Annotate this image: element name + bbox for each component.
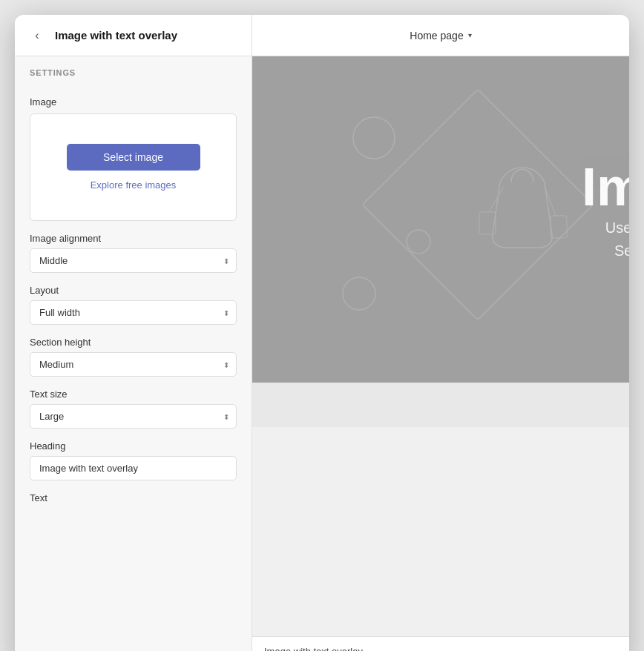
image-section-title: Image (30, 96, 237, 108)
layout-select[interactable]: Full width Contained (30, 300, 237, 325)
back-button[interactable]: ‹ (27, 25, 47, 46)
text-label: Text (30, 492, 237, 503)
section-name-text: Image with text overlay (264, 646, 363, 651)
section-name-bar: Image with text overlay (252, 636, 629, 651)
image-upload-area: Select image Explore free images (30, 113, 237, 221)
section-height-select[interactable]: Medium Small Large Natural (30, 352, 237, 377)
page-name-label: Home page (410, 30, 463, 42)
overlay-subtext-2: Sele (582, 242, 629, 260)
layout-label: Layout (30, 285, 237, 296)
explore-free-images-link[interactable]: Explore free images (91, 179, 177, 191)
preview-content: Im Use o Sele (252, 56, 629, 636)
sidebar: SETTINGS Image Select image Explore free… (15, 56, 252, 651)
page-selector[interactable]: Home page ▾ (252, 30, 629, 42)
preview-image-block: Im Use o Sele (252, 56, 629, 383)
text-field-group: Text (30, 492, 237, 503)
section-height-select-wrapper: Medium Small Large Natural ⬍ (30, 352, 237, 377)
overlay-subtext-1: Use o (582, 219, 629, 237)
heading-field-group: Heading (30, 440, 237, 480)
section-height-field-group: Section height Medium Small Large Natura… (30, 337, 237, 377)
settings-label: SETTINGS (15, 56, 252, 85)
preview-below-strip (252, 383, 629, 427)
image-alignment-select[interactable]: Middle Top Bottom (30, 248, 237, 273)
preview-decorative-svg (285, 64, 597, 375)
layout-field-group: Layout Full width Contained ⬍ (30, 285, 237, 325)
header: ‹ Image with text overlay Home page ▾ (15, 15, 629, 56)
svg-point-2 (407, 230, 430, 254)
image-field-group: Image Select image Explore free images (30, 96, 237, 221)
svg-point-3 (343, 277, 375, 310)
text-size-select[interactable]: Large Small Medium (30, 404, 237, 429)
svg-rect-0 (362, 89, 593, 320)
text-size-field-group: Text size Large Small Medium ⬍ (30, 389, 237, 429)
layout-select-wrapper: Full width Contained ⬍ (30, 300, 237, 325)
text-size-select-wrapper: Large Small Medium ⬍ (30, 404, 237, 429)
header-left: ‹ Image with text overlay (15, 15, 252, 56)
image-alignment-label: Image alignment (30, 233, 237, 244)
select-image-button[interactable]: Select image (67, 144, 200, 171)
preview-area: Im Use o Sele Image with text overlay (252, 56, 629, 651)
svg-point-1 (353, 117, 395, 159)
svg-rect-7 (551, 216, 567, 238)
svg-line-6 (545, 186, 556, 216)
heading-label: Heading (30, 440, 237, 452)
main-content: SETTINGS Image Select image Explore free… (15, 56, 629, 651)
image-alignment-select-wrapper: Middle Top Bottom ⬍ (30, 248, 237, 273)
app-window: ‹ Image with text overlay Home page ▾ SE… (15, 15, 629, 651)
overlay-heading: Im (582, 160, 629, 214)
chevron-down-icon: ▾ (468, 31, 472, 39)
preview-text-overlay: Im Use o Sele (582, 160, 629, 260)
text-size-label: Text size (30, 389, 237, 400)
image-alignment-field-group: Image alignment Middle Top Bottom ⬍ (30, 233, 237, 273)
heading-input[interactable] (30, 456, 237, 480)
panel-title: Image with text overlay (55, 29, 177, 42)
section-height-label: Section height (30, 337, 237, 348)
sidebar-scroll: Image Select image Explore free images I… (15, 85, 252, 651)
